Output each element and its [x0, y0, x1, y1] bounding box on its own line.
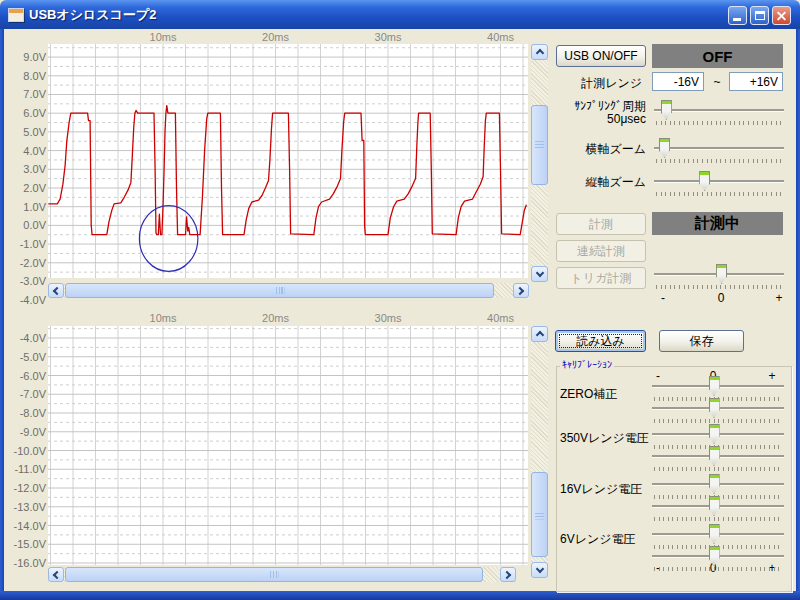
bottom-chart-plot — [48, 326, 528, 565]
y-axis-tick-label: -2.0V — [2, 257, 46, 269]
waveform-trace — [48, 106, 526, 235]
thumb-grip — [270, 571, 279, 578]
scroll-up-button[interactable] — [531, 44, 548, 60]
y-axis-tick-label: 2.0V — [2, 182, 46, 194]
measure-range-label: 計測レンジ — [540, 75, 642, 92]
y-axis-tick-label: -9.0V — [2, 426, 46, 438]
top-chart-horizontal-scrollbar[interactable] — [48, 283, 529, 298]
x-axis-tick-label: 10ms — [143, 31, 183, 43]
slider-track[interactable] — [654, 147, 784, 149]
slider-track[interactable] — [654, 180, 784, 182]
y-axis-tick-label: -12.0V — [2, 482, 46, 494]
slider-thumb[interactable] — [709, 524, 720, 544]
calibration-row-label: 350Vレンジ電圧 — [560, 430, 649, 447]
thumb-grip — [535, 510, 544, 519]
vertical-zoom-label: 縦軸ズーム — [520, 174, 646, 191]
scroll-down-button[interactable] — [531, 266, 548, 282]
y-axis-tick-label: -8.0V — [2, 407, 46, 419]
usb-on-off-button[interactable]: USB ON/OFF — [556, 45, 646, 67]
y-axis-tick-label: -6.0V — [2, 370, 46, 382]
y-axis-tick-label: -1.0V — [2, 238, 46, 250]
bottom-chart-vertical-scrollbar[interactable] — [531, 326, 548, 578]
slider-thumb[interactable] — [709, 546, 720, 566]
x-axis-tick-label: 40ms — [481, 31, 521, 43]
title-bar[interactable]: USBオシロスコープ2 — [0, 0, 800, 29]
slider-thumb[interactable] — [661, 100, 672, 120]
x-axis-tick-label: 30ms — [368, 312, 408, 324]
app-icon — [8, 8, 24, 22]
calibration-slider-row3-1[interactable] — [650, 545, 786, 571]
chevron-up-icon — [535, 49, 543, 57]
measure-button[interactable]: 計測 — [556, 213, 646, 235]
load-button[interactable]: 読み込み — [555, 330, 646, 352]
bottom-chart-horizontal-scrollbar[interactable] — [48, 567, 516, 582]
slider-thumb[interactable] — [716, 264, 727, 284]
trigger-level-slider[interactable] — [652, 263, 786, 289]
y-axis-tick-label: -15.0V — [2, 538, 46, 550]
slider-ticks — [656, 192, 782, 196]
continuous-measure-button[interactable]: 連続計測 — [556, 240, 646, 262]
y-axis-tick-label: 7.0V — [2, 88, 46, 100]
slider-thumb[interactable] — [709, 496, 720, 516]
scroll-thumb[interactable] — [531, 472, 548, 557]
y-axis-tick-label: 1.0V — [2, 201, 46, 213]
trigger-measure-button[interactable]: トリガ計測 — [556, 267, 646, 289]
scroll-left-button[interactable] — [48, 567, 64, 582]
slider-thumb[interactable] — [709, 446, 720, 466]
x-axis-tick-label: 40ms — [481, 312, 521, 324]
y-axis-tick-label: 9.0V — [2, 51, 46, 63]
close-button[interactable] — [772, 6, 791, 25]
window-border-right — [796, 29, 800, 592]
calibration-row-label: 6Vレンジ電圧 — [560, 531, 636, 548]
scroll-down-button[interactable] — [531, 562, 548, 578]
range-min-input[interactable] — [652, 72, 704, 91]
x-axis-tick-label: 10ms — [143, 312, 183, 324]
chevron-right-icon — [503, 570, 511, 578]
scroll-right-button[interactable] — [513, 283, 529, 298]
calibration-slider-row2-1[interactable] — [650, 495, 786, 521]
sampling-period-slider[interactable] — [652, 99, 786, 125]
x-axis-tick-label: 20ms — [256, 31, 296, 43]
slider-thumb[interactable] — [659, 138, 670, 158]
horizontal-zoom-slider[interactable] — [652, 137, 786, 163]
range-separator: ~ — [706, 75, 728, 89]
horizontal-zoom-label: 横軸ズーム — [520, 141, 646, 158]
maximize-button[interactable] — [750, 6, 769, 25]
thumb-grip — [275, 287, 284, 294]
slider-track[interactable] — [654, 109, 784, 111]
y-axis-tick-label: -16.0V — [2, 557, 46, 569]
y-axis-tick-label: -4.0V — [2, 332, 46, 344]
save-button[interactable]: 保存 — [659, 330, 744, 352]
trigger-scale-plus: + — [771, 291, 787, 305]
scroll-right-button[interactable] — [500, 567, 516, 582]
measuring-status-indicator: 計測中 — [652, 212, 783, 235]
y-axis-tick-label: -14.0V — [2, 520, 46, 532]
y-axis-tick-label: 8.0V — [2, 70, 46, 82]
chevron-down-icon — [535, 269, 543, 277]
y-axis-tick-label: -11.0V — [2, 463, 46, 475]
y-axis-tick-label: -4.0V — [2, 294, 46, 306]
slider-thumb[interactable] — [709, 474, 720, 494]
scroll-left-button[interactable] — [48, 283, 64, 298]
scroll-thumb[interactable] — [65, 567, 483, 582]
chevron-right-icon — [516, 286, 524, 294]
slider-thumb[interactable] — [709, 424, 720, 444]
slider-ticks — [654, 467, 782, 471]
vertical-zoom-slider[interactable] — [652, 170, 786, 196]
slider-thumb[interactable] — [709, 398, 720, 418]
y-axis-tick-label: 4.0V — [2, 145, 46, 157]
chevron-down-icon — [535, 565, 543, 573]
slider-thumb[interactable] — [709, 376, 720, 396]
slider-ticks — [656, 159, 782, 163]
calibration-row-label: ZERO補正 — [560, 386, 617, 403]
calibration-slider-row1-1[interactable] — [650, 445, 786, 471]
slider-ticks — [654, 517, 782, 521]
minimize-button[interactable] — [728, 6, 747, 25]
range-max-input[interactable] — [729, 72, 783, 91]
y-axis-tick-label: -10.0V — [2, 445, 46, 457]
scroll-up-button[interactable] — [531, 326, 548, 342]
slider-thumb[interactable] — [699, 171, 710, 191]
scroll-thumb[interactable] — [65, 283, 494, 298]
calibration-slider-row0-1[interactable] — [650, 397, 786, 423]
y-axis-tick-label: -7.0V — [2, 388, 46, 400]
